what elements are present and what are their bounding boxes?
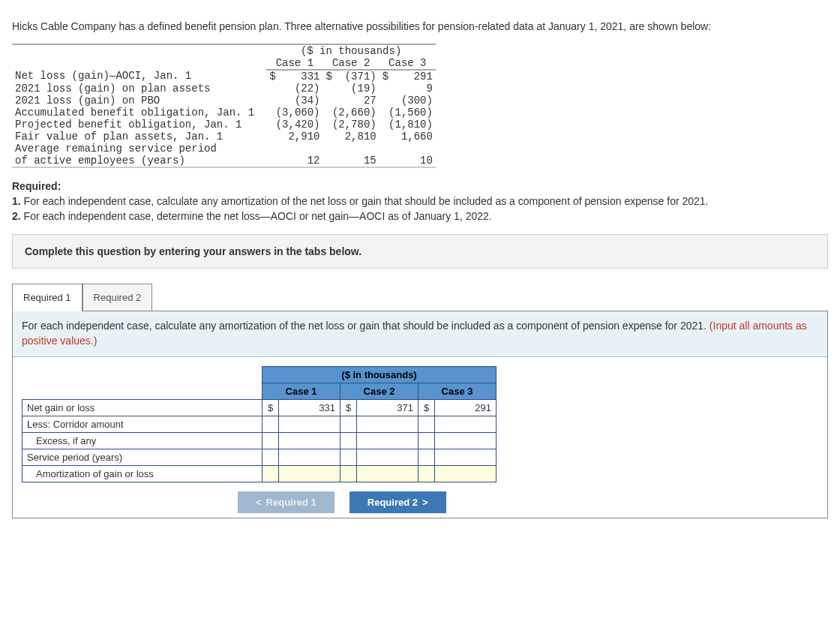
row0-label: Net loss (gain)—AOCI, Jan. 1 (12, 70, 266, 83)
ans-r5-cur2[interactable] (340, 465, 357, 482)
ans-r5-v1[interactable] (279, 465, 340, 482)
ans-r5-v2[interactable] (357, 465, 418, 482)
chevron-right-icon: > (422, 497, 428, 508)
mono-col-3: Case 3 (380, 57, 436, 70)
tab-required-2[interactable]: Required 2 (82, 284, 153, 311)
ans-r4-v3[interactable] (435, 449, 496, 465)
ans-r2-v2[interactable] (357, 416, 418, 432)
ans-r2-cur2[interactable] (340, 416, 357, 432)
row3-label: Accumulated benefit obligation, Jan. 1 (12, 107, 266, 119)
ans-r2-cur3[interactable] (418, 416, 435, 432)
ans-r2-label: Less: Corridor amount (22, 416, 262, 432)
ans-r4-cur3[interactable] (418, 449, 435, 465)
next-button[interactable]: Required 2 > (350, 491, 446, 513)
mono-col-1: Case 1 (266, 57, 322, 70)
ans-r2-v1[interactable] (279, 416, 340, 432)
required-2-num: 2. (12, 210, 21, 222)
ans-r3-label: Excess, if any (22, 432, 262, 449)
ans-r1-cur1[interactable]: $ (262, 399, 279, 416)
ans-r2-cur1[interactable] (262, 416, 279, 432)
ans-r3-cur1[interactable] (262, 432, 279, 449)
ans-r3-v3[interactable] (435, 432, 496, 449)
required-1-num: 1. (12, 195, 21, 207)
row6-label: Average remaining service period (12, 143, 266, 155)
ans-r3-cur3[interactable] (418, 432, 435, 449)
required-block: Required: 1. For each independent case, … (12, 179, 828, 224)
tab-instructions: For each independent case, calculate any… (13, 311, 827, 356)
ans-r4-v1[interactable] (279, 449, 340, 465)
ans-r1-v1[interactable]: 331 (279, 399, 340, 416)
intro-text: Hicks Cable Company has a defined benefi… (12, 20, 828, 35)
answer-col-2: Case 2 (340, 383, 418, 399)
ans-r4-label: Service period (years) (22, 449, 262, 465)
ans-r1-v3[interactable]: 291 (435, 399, 496, 416)
chevron-left-icon: < (256, 497, 262, 508)
ans-r1-label: Net gain or loss (22, 399, 262, 416)
tab-required-1[interactable]: Required 1 (12, 284, 82, 311)
answer-col-3: Case 3 (418, 383, 496, 399)
ans-r4-cur2[interactable] (340, 449, 357, 465)
ans-r1-v2[interactable]: 371 (357, 399, 418, 416)
tab-instructions-main: For each independent case, calculate any… (22, 320, 710, 332)
prev-button[interactable]: < Required 1 (238, 491, 334, 513)
tab-panel: For each independent case, calculate any… (12, 311, 828, 518)
instruction-box: Complete this question by entering your … (12, 234, 828, 269)
required-2-text: For each independent case, determine the… (24, 210, 492, 222)
data-table: ($ in thousands) Case 1 Case 2 Case 3 Ne… (12, 44, 436, 168)
next-label: Required 2 (368, 497, 418, 508)
required-title: Required: (12, 180, 61, 192)
mono-col-2: Case 2 (322, 57, 379, 70)
ans-r2-v3[interactable] (435, 416, 496, 432)
ans-r5-label: Amortization of gain or loss (22, 465, 262, 482)
row1-label: 2021 loss (gain) on plan assets (12, 83, 266, 95)
ans-r1-cur3[interactable]: $ (418, 399, 435, 416)
ans-r3-cur2[interactable] (340, 432, 357, 449)
row5-label: Fair value of plan assets, Jan. 1 (12, 131, 266, 143)
ans-r5-v3[interactable] (435, 465, 496, 482)
row7-label: of active employees (years) (12, 155, 266, 167)
ans-r4-v2[interactable] (357, 449, 418, 465)
ans-r5-cur1[interactable] (262, 465, 279, 482)
tabs: Required 1 Required 2 (12, 284, 828, 311)
answer-table: ($ in thousands) Case 1 Case 2 Case 3 Ne… (22, 366, 496, 482)
answer-col-1: Case 1 (262, 383, 340, 399)
row2-label: 2021 loss (gain) on PBO (12, 95, 266, 107)
ans-r4-cur1[interactable] (262, 449, 279, 465)
ans-r3-v1[interactable] (279, 432, 340, 449)
ans-r1-cur2[interactable]: $ (340, 399, 357, 416)
nav-row: < Required 1 Required 2 > (238, 491, 827, 513)
ans-r3-v2[interactable] (357, 432, 418, 449)
prev-label: Required 1 (266, 497, 316, 508)
ans-r5-cur3[interactable] (418, 465, 435, 482)
row4-label: Projected benefit obligation, Jan. 1 (12, 119, 266, 131)
answer-super-head: ($ in thousands) (262, 366, 496, 383)
required-1-text: For each independent case, calculate any… (24, 195, 709, 207)
mono-super-head: ($ in thousands) (266, 44, 436, 57)
